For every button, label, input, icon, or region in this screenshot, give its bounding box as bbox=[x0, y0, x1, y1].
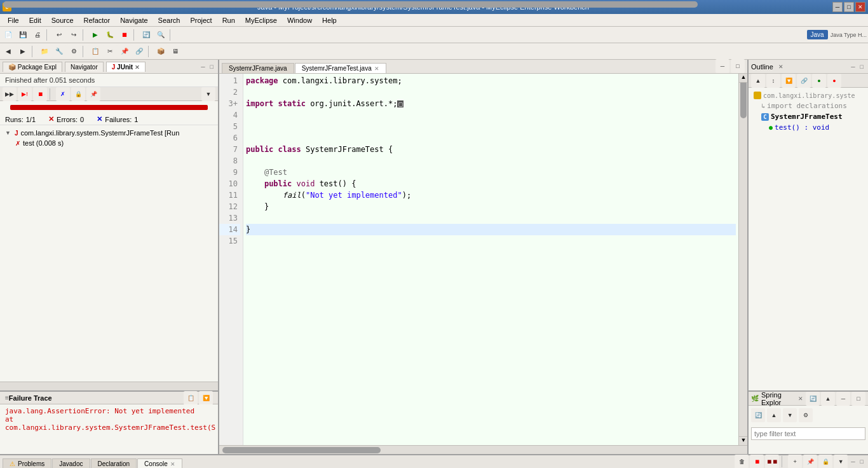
console-lock[interactable]: 🔒 bbox=[818, 455, 832, 468]
menu-source[interactable]: Source bbox=[46, 15, 79, 25]
tab-systemrjframe[interactable]: SystemrJFrame.java bbox=[222, 63, 294, 73]
tb2-btn2[interactable]: 🔧 bbox=[52, 45, 66, 59]
java-perspective-label[interactable]: Java bbox=[807, 30, 828, 39]
view-menu-button[interactable]: ▼ bbox=[201, 87, 215, 101]
junit-tree-class[interactable]: ▼ J com.langxi.library.system.SystemrJFr… bbox=[3, 128, 215, 138]
tb2-btn1[interactable]: 📁 bbox=[37, 45, 51, 59]
console-terminate[interactable]: ⏹ bbox=[750, 455, 764, 468]
tab-declaration[interactable]: Declaration bbox=[91, 458, 137, 468]
search-button[interactable]: 🔍 bbox=[154, 28, 168, 42]
console-clear[interactable]: 🗑 bbox=[735, 455, 749, 468]
outline-package[interactable]: com.langxi.library.syste bbox=[751, 90, 865, 100]
tab-javadoc[interactable]: Javadoc bbox=[52, 458, 90, 468]
copy-trace-button[interactable]: 📋 bbox=[184, 391, 198, 405]
rerun-button[interactable]: ▶▶ bbox=[3, 87, 17, 101]
filter-trace-button[interactable]: 🔽 bbox=[199, 391, 213, 405]
bottom-max[interactable]: □ bbox=[858, 458, 865, 465]
spring-refresh[interactable]: 🔄 bbox=[806, 392, 820, 406]
left-hscroll[interactable] bbox=[0, 382, 218, 390]
stop-button[interactable]: ⏹ bbox=[118, 28, 132, 42]
panel-maximize[interactable]: □ bbox=[208, 63, 215, 71]
outline-collapse[interactable]: ▲ bbox=[751, 74, 765, 88]
tab-junit[interactable]: J JUnit ✕ bbox=[106, 62, 146, 72]
outline-min[interactable]: ─ bbox=[849, 63, 857, 71]
menu-window[interactable]: Window bbox=[282, 15, 317, 25]
java-type-label[interactable]: Java Type H... bbox=[831, 32, 867, 38]
outline-imports[interactable]: ↳ import declarations bbox=[759, 100, 865, 111]
spring-filter-input[interactable] bbox=[751, 427, 865, 440]
tb2-deploy[interactable]: 📦 bbox=[154, 45, 168, 59]
scroll-arrow-down[interactable]: ▼ bbox=[739, 436, 747, 445]
menu-refactor[interactable]: Refactor bbox=[79, 15, 116, 25]
bottom-min[interactable]: ─ bbox=[849, 458, 857, 465]
outline-sort[interactable]: ↕ bbox=[766, 74, 780, 88]
spring-tb1[interactable]: 🔄 bbox=[751, 408, 765, 422]
spring-tb3[interactable]: ▼ bbox=[783, 408, 797, 422]
outline-filter[interactable]: 🔽 bbox=[782, 74, 796, 88]
back-button[interactable]: ◀ bbox=[1, 45, 15, 59]
editor-hscroll[interactable] bbox=[219, 445, 747, 454]
menu-run[interactable]: Run bbox=[217, 15, 240, 25]
menu-search[interactable]: Search bbox=[153, 15, 186, 25]
console-new[interactable]: + bbox=[788, 455, 802, 468]
outline-sync[interactable]: 🔗 bbox=[797, 74, 811, 88]
tab-package-explorer[interactable]: 📦 Package Expl bbox=[3, 62, 62, 72]
menu-help[interactable]: Help bbox=[317, 15, 342, 25]
scroll-arrow-up[interactable]: ▲ bbox=[739, 74, 747, 83]
redo-button[interactable]: ↪ bbox=[67, 28, 81, 42]
tab-console[interactable]: Console ✕ bbox=[137, 458, 182, 468]
debug-button[interactable]: 🐛 bbox=[103, 28, 117, 42]
print-button[interactable]: 🖨 bbox=[31, 28, 44, 42]
outline-class[interactable]: C SystemrJFrameTest bbox=[759, 111, 865, 122]
menu-edit[interactable]: Edit bbox=[24, 15, 46, 25]
menu-navigate[interactable]: Navigate bbox=[115, 15, 153, 25]
tab2-close[interactable]: ✕ bbox=[374, 65, 379, 72]
tab-problems[interactable]: ⚠ Problems bbox=[3, 458, 51, 468]
stop-run-button[interactable]: ⏹ bbox=[33, 87, 47, 101]
junit-tree-method[interactable]: ✗ test (0.008 s) bbox=[3, 138, 215, 148]
pin-button[interactable]: 📌 bbox=[86, 87, 100, 101]
maximize-button[interactable]: □ bbox=[844, 2, 854, 12]
spring-close[interactable]: ✕ bbox=[798, 396, 803, 402]
tb2-btn3[interactable]: ⚙ bbox=[67, 45, 81, 59]
minimize-button[interactable]: ─ bbox=[832, 2, 843, 12]
console-viewmenu[interactable]: ▼ bbox=[834, 455, 848, 468]
refresh-button[interactable]: 🔄 bbox=[139, 28, 153, 42]
close-button[interactable]: ✕ bbox=[855, 2, 865, 12]
junit-tab-close[interactable]: ✕ bbox=[135, 64, 140, 71]
spring-min[interactable]: ─ bbox=[836, 392, 850, 406]
editor-vscroll[interactable]: ▲ ▼ bbox=[738, 74, 747, 445]
forward-button[interactable]: ▶ bbox=[16, 45, 30, 59]
show-failures-button[interactable]: ✗ bbox=[56, 87, 70, 101]
tb2-btn7[interactable]: 🔗 bbox=[132, 45, 146, 59]
rerun-failed-button[interactable]: ▶! bbox=[18, 87, 32, 101]
panel-minimize[interactable]: ─ bbox=[199, 63, 207, 71]
console-pin[interactable]: 📌 bbox=[803, 455, 817, 468]
tb2-btn5[interactable]: ✂ bbox=[103, 45, 117, 59]
new-button[interactable]: 📄 bbox=[1, 28, 15, 42]
spring-tb4[interactable]: ⚙ bbox=[799, 408, 813, 422]
spring-collapse[interactable]: ▲ bbox=[821, 392, 835, 406]
console-terminate2[interactable]: ⏹⏹ bbox=[765, 455, 779, 468]
tb2-btn6[interactable]: 📌 bbox=[118, 45, 132, 59]
editor-min[interactable]: ─ bbox=[715, 59, 729, 73]
menu-project[interactable]: Project bbox=[185, 15, 217, 25]
tab-systemrjframetest[interactable]: SystemrJFrameTest.java ✕ bbox=[295, 63, 386, 73]
menu-myeclipse[interactable]: MyEclipse bbox=[240, 15, 282, 25]
outline-max[interactable]: □ bbox=[858, 63, 865, 71]
tb2-btn4[interactable]: 📋 bbox=[88, 45, 102, 59]
spring-tb2[interactable]: ▲ bbox=[767, 408, 781, 422]
outline-method[interactable]: ● test() : void bbox=[766, 122, 865, 133]
run-button[interactable]: ▶ bbox=[88, 28, 102, 42]
spring-max[interactable]: □ bbox=[851, 392, 865, 406]
editor-max[interactable]: □ bbox=[731, 59, 745, 73]
undo-button[interactable]: ↩ bbox=[52, 28, 66, 42]
scroll-lock-button[interactable]: 🔒 bbox=[71, 87, 85, 101]
code-content[interactable]: package com.langxi.library.system; impor… bbox=[243, 74, 738, 445]
menu-file[interactable]: File bbox=[3, 15, 24, 25]
tab-navigator[interactable]: Navigator bbox=[65, 62, 104, 72]
console-tab-close[interactable]: ✕ bbox=[170, 461, 175, 467]
tb2-server[interactable]: 🖥 bbox=[168, 45, 182, 59]
outline-close[interactable]: ✕ bbox=[778, 64, 783, 70]
save-button[interactable]: 💾 bbox=[16, 28, 30, 42]
